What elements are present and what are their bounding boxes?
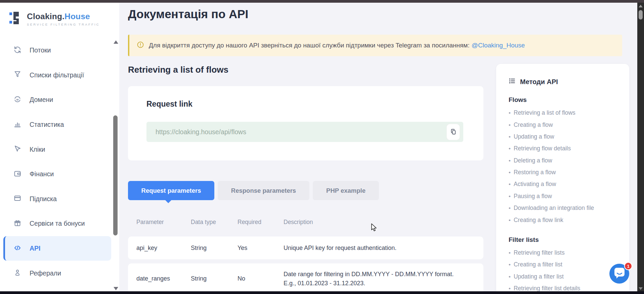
method-link[interactable]: •Creating a flow link: [509, 214, 622, 226]
method-link[interactable]: •Activating a flow: [509, 178, 622, 190]
scroll-up-icon[interactable]: [639, 5, 643, 7]
request-url-field[interactable]: https://cloaking.house/api/flows: [146, 122, 463, 142]
warning-icon: [137, 41, 144, 50]
bottom-edge: [0, 291, 644, 294]
tab-response-parameters[interactable]: Response parameters: [218, 181, 309, 200]
logo-tagline: SERVICE FILTERING TRAFFIC: [27, 23, 100, 26]
request-link-title: Request link: [146, 100, 192, 109]
method-link[interactable]: •Pausing a flow: [509, 190, 622, 202]
col-required: Required: [238, 219, 284, 226]
user-icon: [13, 268, 22, 278]
globe-icon: w: [13, 95, 22, 105]
telegram-link[interactable]: @Cloaking_House: [472, 42, 525, 49]
notice-text: Для відкриття доступу до нашого API звер…: [149, 42, 470, 49]
bullet: •: [509, 217, 511, 224]
method-link[interactable]: •Downloading an integration file: [509, 202, 622, 214]
logo[interactable]: Cloaking.House SERVICE FILTERING TRAFFIC: [9, 10, 100, 28]
cell-data-type: String: [191, 245, 238, 252]
sidebar-scrollbar-thumb[interactable]: [113, 115, 118, 235]
sidebar-item-api[interactable]: API: [3, 236, 111, 261]
cell-required: Yes: [238, 245, 284, 252]
methods-title-row: Методи API: [509, 77, 622, 86]
sidebar-item-clicks[interactable]: Кліки: [3, 137, 111, 162]
sidebar-item-flows[interactable]: Потоки: [3, 38, 111, 63]
sidebar-item-label: Потоки: [30, 46, 51, 54]
cell-description: Date range for filtering in DD.MM.YYYY -…: [284, 270, 483, 287]
filter-icon: [13, 70, 22, 80]
bullet: •: [509, 205, 511, 212]
method-link[interactable]: •Restoring a flow: [509, 167, 622, 178]
api-methods-panel: Методи API Flows •Retrieving a list of f…: [496, 64, 629, 294]
copy-icon: [450, 128, 457, 136]
brand-dark: Cloaking.: [27, 12, 65, 21]
sidebar-item-label: Фінанси: [30, 170, 54, 178]
col-data-type: Data type: [191, 219, 238, 226]
sidebar-item-domains[interactable]: w Домени: [3, 87, 111, 112]
sidebar-item-label: Підписка: [30, 195, 57, 203]
brand-blue: House: [65, 12, 90, 21]
sidebar-item-filter-lists[interactable]: Списки фільтрації: [3, 63, 111, 88]
svg-text:w: w: [16, 98, 19, 101]
table-row: api_key String Yes Unique API key for re…: [128, 236, 483, 259]
bullet: •: [509, 169, 511, 176]
methods-section-flows: Flows: [509, 96, 622, 104]
method-link[interactable]: •Creating a flow: [509, 119, 622, 131]
sidebar-item-services-bonuses[interactable]: Сервіси та бонуси: [3, 211, 111, 236]
bullet: •: [509, 122, 511, 128]
sidebar-item-referrals[interactable]: Реферали: [3, 261, 111, 286]
method-link[interactable]: •Retrieving flow details: [509, 143, 622, 154]
main-content: Документація по API Для відкриття доступ…: [119, 3, 637, 291]
scroll-down-icon[interactable]: [639, 287, 643, 290]
cell-parameter: date_ranges: [136, 275, 191, 282]
flows-method-list: •Retrieving a list of flows •Creating a …: [509, 107, 622, 226]
wallet-icon: [13, 170, 22, 179]
logo-text: Cloaking.House SERVICE FILTERING TRAFFIC: [27, 12, 100, 26]
methods-section-filter-lists: Filter lists: [509, 236, 622, 244]
col-parameter: Parameter: [136, 219, 191, 226]
sidebar: Cloaking.House SERVICE FILTERING TRAFFIC…: [0, 3, 119, 291]
sidebar-item-finances[interactable]: Фінанси: [3, 162, 111, 187]
sidebar-scroll-up-icon[interactable]: [114, 40, 118, 44]
sidebar-nav: Потоки Списки фільтрації w Домени Статис…: [0, 38, 119, 286]
list-icon: [509, 77, 516, 86]
chat-bubble-icon: [614, 267, 625, 280]
tab-php-example[interactable]: PHP example: [313, 181, 379, 200]
logo-icon: [9, 10, 23, 28]
bar-chart-icon: [13, 120, 22, 130]
sidebar-item-label: Списки фільтрації: [30, 71, 84, 79]
cell-data-type: String: [191, 275, 238, 282]
page-scrollbar[interactable]: [637, 3, 644, 291]
bullet: •: [509, 193, 511, 200]
sidebar-item-statistics[interactable]: Статистика: [3, 112, 111, 137]
code-icon: [13, 244, 22, 253]
bullet: •: [509, 157, 511, 164]
method-link[interactable]: •Retrieving filter lists: [509, 247, 622, 259]
parameter-tabs: Request parameters Response parameters P…: [128, 181, 379, 200]
app-window: Cloaking.House SERVICE FILTERING TRAFFIC…: [0, 0, 644, 294]
section-title: Retrieving a list of flows: [128, 65, 228, 75]
tab-request-parameters[interactable]: Request parameters: [128, 181, 214, 200]
sidebar-item-subscription[interactable]: Підписка: [3, 187, 111, 212]
method-link[interactable]: •Updating a flow: [509, 131, 622, 143]
bullet: •: [509, 134, 511, 140]
page-scrollbar-thumb[interactable]: [639, 10, 643, 20]
method-link[interactable]: •Deleting a flow: [509, 155, 622, 167]
sidebar-item-label: API: [30, 245, 41, 252]
request-link-card: Request link https://cloaking.house/api/…: [128, 86, 483, 160]
method-link[interactable]: •Updating a filter list: [509, 271, 622, 283]
page-title: Документація по API: [128, 7, 248, 21]
cursor-click-icon: [13, 145, 22, 154]
methods-title: Методи API: [520, 78, 558, 86]
api-access-notice: Для відкриття доступу до нашого API звер…: [128, 35, 622, 56]
bullet: •: [509, 261, 511, 268]
chat-unread-badge: 1: [624, 262, 632, 270]
sidebar-item-label: Сервіси та бонуси: [30, 220, 85, 227]
sidebar-scroll-down-icon[interactable]: [114, 287, 118, 290]
bullet: •: [509, 181, 511, 188]
credit-card-icon: [13, 194, 22, 204]
copy-button[interactable]: [447, 124, 460, 140]
sidebar-item-label: Кліки: [30, 146, 45, 153]
method-link[interactable]: •Creating a filter list: [509, 259, 622, 270]
gift-icon: [13, 219, 22, 228]
method-link[interactable]: •Retrieving a list of flows: [509, 107, 622, 119]
